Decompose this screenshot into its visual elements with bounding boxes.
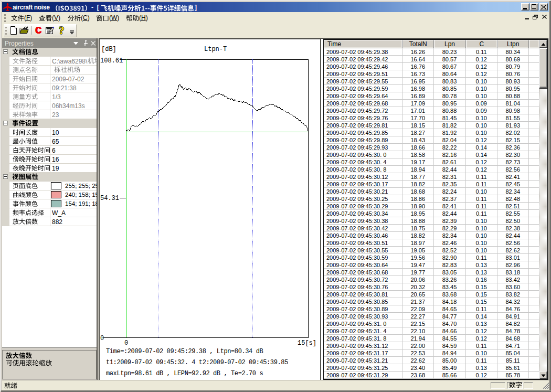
svg-text:Time=:2009-07-02 09:45:29.38 ,: Time=:2009-07-02 09:45:29.38 , Ltpn=80.3…	[106, 348, 263, 355]
svg-text:54.31: 54.31	[100, 195, 119, 202]
svg-text:108.61: 108.61	[100, 57, 123, 65]
svg-text:maxLtpn=98.61 dB , LEPN=92.92: maxLtpn=98.61 dB , LEPN=92.92 dB , Te=2.…	[106, 370, 263, 377]
svg-text:[dB]: [dB]	[101, 46, 116, 53]
svg-text:0: 0	[124, 340, 128, 347]
svg-text:t1:2009-07-02 09:45:32. 4 t2:2: t1:2009-07-02 09:45:32. 4 t2:2009-07-02 …	[106, 359, 288, 366]
svg-text:Ltpn-T: Ltpn-T	[204, 46, 227, 53]
svg-text:15[s]: 15[s]	[298, 340, 316, 347]
svg-text:0: 0	[100, 335, 104, 342]
svg-text:?: ?	[59, 25, 65, 36]
